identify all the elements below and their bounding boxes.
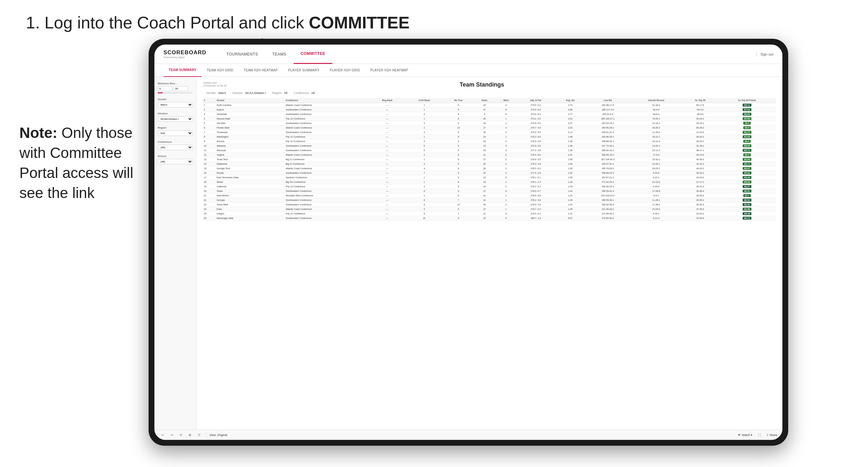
cell-conference: Southeastern Conference bbox=[285, 189, 370, 193]
cell-rnds: 24 bbox=[473, 162, 496, 166]
sub-nav-team-h2h-grid[interactable]: TEAM H2H GRID bbox=[202, 64, 239, 77]
sub-nav-player-h2h-heatmap[interactable]: PLAYER H2H HEATMAP bbox=[365, 64, 413, 77]
main-nav: SCOREBOARD Powered by clippd TOURNAMENTS… bbox=[154, 44, 782, 64]
cell-conference: Pac-12 Conference bbox=[285, 184, 370, 189]
cell-adj-par: 273.6 -6.0 bbox=[517, 107, 555, 112]
cell-rnds: 23 bbox=[473, 139, 496, 144]
filter-pills: Gender: Men's Division: NCAA Division I … bbox=[203, 91, 776, 95]
table-row: 20 Texas Southeastern Conference — 8 9 2… bbox=[203, 189, 776, 193]
cell-rank: 26 bbox=[203, 216, 216, 221]
cell-conf-rank: 8 bbox=[405, 189, 443, 193]
sub-nav-player-h2h-grid[interactable]: PLAYER H2H GRID bbox=[324, 64, 365, 77]
cell-no-tour: 7 bbox=[443, 212, 473, 216]
cell-adj-par: 279.5 -3.1 bbox=[517, 212, 555, 216]
cell-wins: 1 bbox=[496, 121, 517, 126]
cell-rnds: 27 bbox=[473, 107, 496, 112]
cell-no-tour: 9 bbox=[443, 189, 473, 193]
cell-school: Virginia bbox=[216, 153, 285, 157]
cell-adj-par: 276.3 -3.3 bbox=[517, 162, 555, 166]
filter-input-min[interactable] bbox=[158, 86, 172, 91]
toolbar-redo-btn[interactable]: ↪ bbox=[168, 433, 175, 437]
cell-wins: 4 bbox=[496, 171, 517, 175]
cell-vs-top50: 80.47 bbox=[718, 166, 776, 171]
sub-nav-player-summary[interactable]: PLAYER SUMMARY bbox=[283, 64, 324, 77]
update-time-value: 27/03/2024 16:56:26 bbox=[203, 84, 226, 87]
filter-select-division[interactable]: NCAA Division I bbox=[158, 116, 193, 122]
filter-group-region: Region N/A bbox=[158, 126, 193, 136]
cell-avg-sg: 1.30 bbox=[555, 203, 586, 207]
cell-wins: 6 bbox=[496, 153, 517, 157]
cell-conference: Pac-12 Conference bbox=[285, 117, 370, 121]
toolbar-undo-btn[interactable]: ↩ bbox=[160, 433, 166, 437]
cell-vs-top50: 88.13 bbox=[718, 216, 776, 221]
pill-conference: Conference: All bbox=[293, 91, 315, 95]
filter-label-conference: Conference bbox=[158, 141, 193, 144]
cell-low-rd: 269 59-41-4 bbox=[586, 189, 630, 193]
cell-vs-top50: 86.71 bbox=[718, 162, 776, 166]
cell-rank: 22 bbox=[203, 198, 216, 203]
filter-input-max[interactable] bbox=[174, 86, 188, 91]
filter-select-school[interactable]: (All) bbox=[158, 159, 193, 164]
cell-overall: 11-38-2 bbox=[630, 203, 682, 207]
cell-rnds: 18 bbox=[473, 121, 496, 126]
table-row: 21 New Mexico Mountain West Conference —… bbox=[203, 193, 776, 198]
col-low-rd: Low Rd. bbox=[586, 98, 630, 103]
cell-conf-rank: 4 bbox=[405, 184, 443, 189]
filter-label-region: Region bbox=[158, 126, 193, 129]
nav-item-teams[interactable]: TEAMS bbox=[265, 44, 293, 64]
toolbar-share[interactable]: ⤴ Share bbox=[767, 433, 777, 437]
table-row: 26 Mississippi State Southeastern Confer… bbox=[203, 216, 776, 221]
pill-gender-label: Gender: bbox=[206, 91, 217, 95]
toolbar-info-btn[interactable]: ⏱ bbox=[196, 433, 203, 437]
cell-vs-top50: 80.94 bbox=[718, 144, 776, 148]
cell-school: Georgia bbox=[216, 198, 285, 203]
toolbar-watch[interactable]: 👁 Watch ▾ bbox=[738, 433, 752, 437]
nav-items: TOURNAMENTS TEAMS COMMITTEE bbox=[219, 44, 756, 64]
cell-overall: 13-13-0 bbox=[630, 180, 682, 184]
step-text: Log into the Coach Portal and click bbox=[44, 13, 309, 32]
cell-vs-top50: 80.94 bbox=[718, 157, 776, 162]
table-row: 15 Georgia Tech Atlantic Coast Conferenc… bbox=[203, 166, 776, 171]
cell-conference: Mountain West Conference bbox=[285, 193, 370, 198]
cell-rank: 16 bbox=[203, 171, 216, 175]
cell-low-rd: 260 83-25-1 bbox=[586, 184, 630, 189]
cell-low-rd: 271 66-40-1 bbox=[586, 212, 630, 216]
filter-select-region[interactable]: N/A bbox=[158, 130, 193, 136]
cell-overall: 10-15-1 bbox=[630, 162, 682, 166]
cell-rnds: 21 bbox=[473, 198, 496, 203]
sub-nav-team-h2h-heatmap[interactable]: TEAM H2H HEATMAP bbox=[239, 64, 283, 77]
toolbar-fullscreen-btn[interactable]: ⛶ bbox=[756, 433, 763, 437]
filter-group-gender: Gender Men's Women's bbox=[158, 98, 193, 107]
cell-rank: 2 bbox=[203, 107, 216, 112]
cell-adj-par: 275.9 -5.5 bbox=[517, 130, 555, 135]
cell-low-rd: 265 76-29-1 bbox=[586, 166, 630, 171]
table-row: 17 East Tennessee State Southern Confere… bbox=[203, 175, 776, 180]
filter-slider-track[interactable] bbox=[158, 92, 193, 93]
nav-item-committee[interactable]: COMMITTEE bbox=[293, 44, 333, 64]
col-reg-rank: Reg Rank bbox=[370, 98, 405, 103]
cell-low-rd: 265 100-27-1 bbox=[586, 117, 630, 121]
filter-select-gender[interactable]: Men's Women's bbox=[158, 102, 193, 107]
table-row: 6 Florida State Atlantic Coast Conferenc… bbox=[203, 126, 776, 130]
cell-rnds: 21 bbox=[473, 212, 496, 216]
filter-select-conference[interactable]: (All) bbox=[158, 145, 193, 150]
cell-vs-top50: 89.11 bbox=[718, 103, 776, 107]
cell-reg-rank: — bbox=[370, 198, 405, 203]
cell-school: Oregon bbox=[216, 212, 285, 216]
cell-wins: 4 bbox=[496, 139, 517, 144]
table-row: 11 Arkansas Southeastern Conference — 6 … bbox=[203, 148, 776, 153]
sub-nav-team-summary[interactable]: TEAM SUMMARY bbox=[163, 64, 202, 77]
toolbar-view-label[interactable]: View: Original bbox=[209, 433, 227, 437]
cell-conf-rank: 4 bbox=[405, 166, 443, 171]
cell-rank: 24 bbox=[203, 207, 216, 212]
cell-no-tour: 6 bbox=[443, 130, 473, 135]
toolbar-copy-btn[interactable]: ⊞ bbox=[187, 433, 193, 437]
cell-overall: 17-9-0 bbox=[630, 153, 682, 157]
cell-no-tour: 9 bbox=[443, 162, 473, 166]
sign-out-link[interactable]: Sign out bbox=[761, 52, 773, 56]
nav-item-tournaments[interactable]: TOURNAMENTS bbox=[219, 44, 265, 64]
tablet-frame: SCOREBOARD Powered by clippd TOURNAMENTS… bbox=[149, 39, 788, 446]
cell-vs-top25: 10-15-1 bbox=[682, 162, 718, 166]
cell-vs-top50: 80.9 bbox=[718, 126, 776, 130]
toolbar-refresh-btn[interactable]: ↺ bbox=[178, 433, 184, 437]
